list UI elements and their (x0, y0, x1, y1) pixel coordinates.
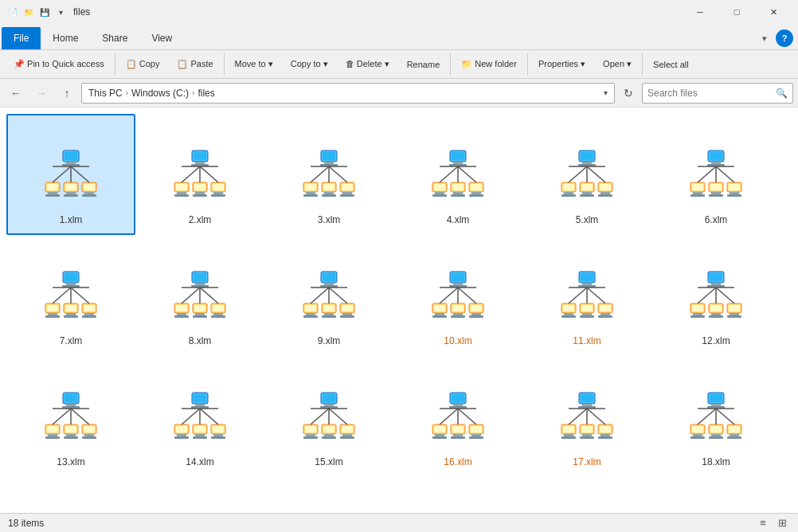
file-icon (168, 386, 232, 450)
tab-share[interactable]: Share (90, 27, 139, 49)
svg-rect-291 (176, 426, 187, 432)
title-bar: 📄 📁 💾 ▾ files ─ □ ✕ (0, 0, 798, 24)
svg-rect-82 (452, 184, 464, 190)
address-this-pc[interactable]: This PC (88, 88, 123, 99)
svg-line-98 (587, 166, 605, 182)
svg-line-138 (53, 288, 71, 303)
svg-rect-38 (194, 152, 206, 160)
svg-rect-137 (82, 315, 96, 318)
select-all-button[interactable]: Select all (646, 57, 696, 72)
maximize-button[interactable]: □ (718, 0, 755, 24)
pin-button[interactable]: 📌 Pin to Quick access (6, 56, 111, 72)
tiles-view-btn[interactable]: ⊞ (774, 515, 790, 531)
copy-button[interactable]: 📋 Copy (119, 56, 167, 72)
file-icon (426, 386, 490, 450)
svg-line-350 (587, 409, 605, 424)
file-tile[interactable]: 16.xlm (393, 356, 522, 477)
properties-button[interactable]: Properties ▾ (531, 56, 593, 72)
address-dropdown-btn[interactable]: ▾ (604, 88, 608, 97)
new-folder-button[interactable]: 📁 New folder (454, 56, 524, 72)
refresh-button[interactable]: ↻ (618, 83, 639, 104)
tab-file[interactable]: File (2, 27, 41, 49)
svg-rect-209 (471, 305, 482, 311)
svg-rect-302 (322, 436, 336, 439)
file-tile[interactable]: 10.xlm (393, 235, 522, 356)
svg-rect-17 (65, 152, 77, 160)
address-bar[interactable]: This PC › Windows (C:) › files ▾ (81, 83, 615, 104)
svg-line-140 (71, 288, 89, 303)
details-view-btn[interactable]: ≡ (755, 515, 771, 531)
back-button[interactable]: ← (5, 82, 27, 104)
rename-button[interactable]: Rename (400, 57, 448, 72)
svg-rect-144 (47, 305, 58, 311)
title-bar-icons: 📄 📁 💾 ▾ (6, 6, 67, 18)
file-tile[interactable]: 17.xlm (522, 356, 651, 477)
svg-rect-81 (434, 184, 445, 190)
svg-rect-1 (66, 162, 76, 164)
file-icon (297, 386, 361, 450)
svg-rect-43 (324, 162, 334, 164)
ribbon-separator-2 (224, 53, 225, 76)
tab-home[interactable]: Home (41, 27, 90, 49)
file-tile[interactable]: 15.xlm (264, 356, 393, 477)
svg-rect-103 (581, 184, 593, 190)
svg-rect-207 (434, 305, 445, 311)
delete-button[interactable]: 🗑 Delete ▾ (338, 56, 397, 72)
help-button[interactable]: ? (776, 29, 793, 47)
file-tile[interactable]: 1.xlm (6, 114, 135, 235)
up-button[interactable]: ↑ (56, 82, 78, 104)
svg-rect-50 (322, 194, 336, 197)
file-tile[interactable]: 5.xlm (522, 114, 651, 235)
address-current[interactable]: files (198, 88, 214, 99)
svg-rect-253 (66, 404, 76, 406)
svg-rect-136 (84, 313, 94, 315)
open-button[interactable]: Open ▾ (596, 56, 639, 72)
svg-rect-295 (324, 404, 334, 406)
file-tile[interactable]: 18.xlm (651, 356, 780, 477)
svg-line-159 (182, 288, 200, 303)
file-tile[interactable]: 11.xlm (522, 235, 651, 356)
svg-rect-28 (195, 192, 205, 194)
file-tile[interactable]: 6.xlm (651, 114, 780, 235)
address-windows-c[interactable]: Windows (C:) (131, 88, 189, 99)
file-tile[interactable]: 14.xlm (135, 356, 264, 477)
svg-rect-238 (711, 313, 721, 315)
svg-line-224 (587, 288, 605, 303)
tab-view[interactable]: View (139, 27, 184, 49)
dropdown-icon-title[interactable]: ▾ (54, 6, 67, 18)
search-input[interactable] (647, 88, 773, 99)
svg-line-33 (182, 166, 200, 182)
status-bar: 18 items ≡ ⊞ (0, 513, 798, 532)
svg-rect-251 (729, 305, 740, 311)
svg-rect-152 (174, 315, 189, 318)
file-icon (39, 386, 103, 450)
svg-rect-64 (453, 162, 463, 164)
file-name: 5.xlm (576, 214, 599, 227)
file-tile[interactable]: 2.xlm (135, 114, 264, 235)
close-button[interactable]: ✕ (755, 0, 792, 24)
file-tile[interactable]: 7.xlm (6, 235, 135, 356)
paste-button[interactable]: 📋 Paste (170, 56, 220, 72)
file-tile[interactable]: 3.xlm (264, 114, 393, 235)
file-tile[interactable]: 4.xlm (393, 114, 522, 235)
svg-line-308 (329, 409, 347, 424)
file-tile[interactable]: 9.xlm (264, 235, 393, 356)
file-tile[interactable]: 8.xlm (135, 235, 264, 356)
search-box[interactable]: 🔍 (642, 83, 793, 104)
file-tile[interactable]: 12.xlm (651, 235, 780, 356)
forward-button[interactable]: → (30, 82, 53, 104)
file-tile[interactable]: 13.xlm (6, 356, 135, 477)
minimize-button[interactable]: ─ (682, 0, 718, 24)
svg-rect-10 (84, 192, 94, 194)
svg-rect-218 (580, 315, 594, 318)
svg-rect-200 (469, 315, 483, 318)
copy-to-button[interactable]: Copy to ▾ (284, 56, 335, 72)
move-to-button[interactable]: Move to ▾ (228, 56, 280, 72)
svg-rect-343 (582, 434, 592, 436)
svg-rect-292 (194, 426, 205, 432)
file-name: 7.xlm (60, 335, 83, 348)
ribbon-collapse-btn[interactable]: ▾ (753, 27, 776, 49)
svg-rect-193 (435, 313, 444, 315)
search-icon: 🔍 (776, 88, 788, 99)
svg-line-243 (698, 288, 716, 303)
